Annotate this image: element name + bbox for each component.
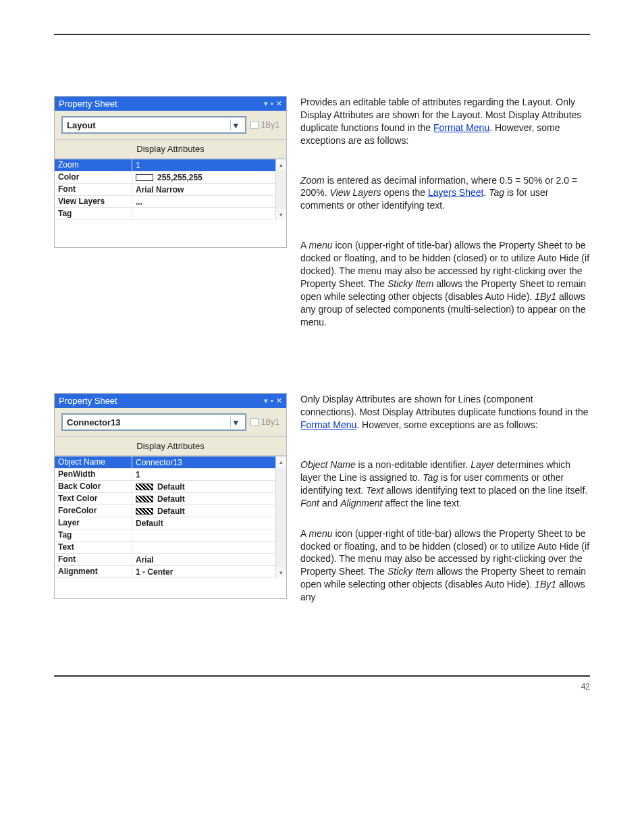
scroll-down-icon[interactable]: ▾: [276, 209, 286, 220]
pin-icon[interactable]: ▪: [271, 396, 273, 405]
property-value[interactable]: Arial Narrow: [132, 184, 275, 195]
property-row[interactable]: Text ColorDefault: [55, 493, 275, 505]
property-row[interactable]: Text: [55, 542, 275, 554]
oneby-toggle[interactable]: 1By1: [250, 417, 279, 427]
property-value[interactable]: Arial: [132, 554, 275, 565]
property-key: Object Name: [55, 457, 132, 468]
property-row[interactable]: Back ColorDefault: [55, 481, 275, 493]
scroll-up-icon[interactable]: ▴: [276, 159, 286, 170]
layers-sheet-link[interactable]: Layers Sheet: [428, 187, 484, 198]
panel-titlebar[interactable]: Property Sheet ▾ ▪ ✕: [55, 97, 286, 111]
para: Provides an editable table of attributes…: [300, 96, 590, 147]
object-selector[interactable]: Connector13 ▾: [61, 413, 246, 431]
oneby-checkbox[interactable]: [250, 418, 259, 426]
property-key: Alignment: [55, 566, 132, 577]
property-key: Text Color: [55, 493, 132, 504]
property-value[interactable]: Connector13: [132, 457, 275, 468]
titlebar-icons[interactable]: ▾ ▪ ✕: [264, 99, 282, 108]
property-row[interactable]: Alignment1 - Center: [55, 566, 275, 578]
color-swatch[interactable]: [136, 508, 153, 515]
property-row[interactable]: ForeColorDefault: [55, 505, 275, 517]
description-layout: Provides an editable table of attributes…: [300, 96, 590, 332]
para: Only Display Attributes are shown for Li…: [300, 393, 590, 432]
para: Zoom is entered as decimal information, …: [300, 174, 590, 213]
para: Object Name is a non-editable identifier…: [300, 459, 590, 510]
scrollbar[interactable]: ▴ ▾: [275, 457, 286, 578]
page-number: 42: [581, 682, 590, 692]
section-header: Display Attributes: [55, 436, 286, 456]
object-selector-value: Connector13: [67, 417, 120, 427]
property-row[interactable]: FontArial: [55, 554, 275, 566]
chevron-down-icon[interactable]: ▾: [230, 120, 241, 130]
property-key: Zoom: [55, 159, 132, 171]
property-row[interactable]: PenWidth1: [55, 469, 275, 481]
object-selector-value: Layout: [67, 120, 96, 130]
description-line: Only Display Attributes are shown for Li…: [300, 393, 590, 608]
color-swatch[interactable]: [136, 484, 153, 490]
scroll-up-icon[interactable]: ▴: [276, 457, 286, 467]
para: A menu icon (upper-right of title-bar) a…: [300, 527, 590, 604]
section-layout: Property Sheet ▾ ▪ ✕ Layout ▾ 1By1: [54, 96, 590, 332]
color-swatch[interactable]: [136, 496, 153, 502]
bottom-rule: [54, 675, 590, 677]
property-key: View Layers: [55, 196, 132, 207]
property-row[interactable]: Object NameConnector13: [55, 457, 275, 469]
property-key: Font: [55, 554, 132, 565]
object-selector[interactable]: Layout ▾: [61, 116, 246, 134]
color-swatch[interactable]: [136, 174, 153, 181]
property-row[interactable]: Tag: [55, 208, 275, 220]
property-value[interactable]: 1 - Center: [132, 566, 275, 577]
property-value[interactable]: 1: [132, 159, 275, 171]
property-row[interactable]: Zoom1: [55, 159, 275, 172]
panel-title-text: Property Sheet: [59, 99, 117, 109]
property-key: Font: [55, 184, 132, 195]
panel-toolbar: Layout ▾ 1By1: [55, 111, 286, 139]
property-grid[interactable]: Object NameConnector13PenWidth1Back Colo…: [55, 456, 286, 598]
property-value[interactable]: ...: [132, 196, 275, 207]
close-icon[interactable]: ✕: [276, 99, 282, 108]
scroll-down-icon[interactable]: ▾: [276, 567, 286, 578]
property-value[interactable]: [132, 208, 275, 219]
property-sheet-panel: Property Sheet ▾ ▪ ✕ Connector13 ▾ 1By1: [54, 393, 287, 599]
top-rule: [54, 34, 590, 35]
property-row[interactable]: View Layers...: [55, 196, 275, 208]
oneby-toggle[interactable]: 1By1: [250, 120, 279, 130]
oneby-label: 1By1: [261, 120, 279, 130]
para: A menu icon (upper-right of title-bar) a…: [300, 239, 590, 328]
property-row[interactable]: Tag: [55, 529, 275, 542]
property-value[interactable]: Default: [132, 481, 275, 492]
section-line: Property Sheet ▾ ▪ ✕ Connector13 ▾ 1By1: [54, 393, 590, 608]
property-row[interactable]: FontArial Narrow: [55, 184, 275, 196]
property-value[interactable]: [132, 529, 275, 541]
property-key: Color: [55, 172, 132, 183]
pin-icon[interactable]: ▪: [271, 99, 273, 108]
panel-titlebar[interactable]: Property Sheet ▾ ▪ ✕: [55, 394, 286, 408]
chevron-down-icon[interactable]: ▾: [230, 417, 241, 427]
panel-title-text: Property Sheet: [59, 396, 117, 406]
property-value[interactable]: 255,255,255: [132, 172, 275, 183]
property-value[interactable]: Default: [132, 493, 275, 504]
page: Property Sheet ▾ ▪ ✕ Layout ▾ 1By1: [0, 0, 644, 704]
property-row[interactable]: Color255,255,255: [55, 172, 275, 184]
section-header: Display Attributes: [55, 139, 286, 159]
oneby-checkbox[interactable]: [250, 121, 259, 129]
scrollbar[interactable]: ▴ ▾: [275, 159, 286, 220]
property-sheet-panel: Property Sheet ▾ ▪ ✕ Layout ▾ 1By1: [54, 96, 287, 248]
screenshot-line-panel: Property Sheet ▾ ▪ ✕ Connector13 ▾ 1By1: [54, 393, 287, 599]
property-key: Text: [55, 542, 132, 553]
property-key: Tag: [55, 208, 132, 219]
titlebar-icons[interactable]: ▾ ▪ ✕: [264, 396, 282, 405]
property-value[interactable]: [132, 542, 275, 553]
property-value[interactable]: Default: [132, 505, 275, 517]
screenshot-layout-panel: Property Sheet ▾ ▪ ✕ Layout ▾ 1By1: [54, 96, 287, 248]
property-value[interactable]: 1: [132, 469, 275, 480]
property-value[interactable]: Default: [132, 517, 275, 529]
close-icon[interactable]: ✕: [276, 396, 282, 405]
format-menu-link[interactable]: Format Menu: [300, 419, 356, 430]
menu-icon[interactable]: ▾: [264, 396, 268, 405]
property-grid[interactable]: Zoom1Color255,255,255FontArial NarrowVie…: [55, 159, 286, 247]
property-row[interactable]: LayerDefault: [55, 517, 275, 529]
property-key: Tag: [55, 529, 132, 541]
menu-icon[interactable]: ▾: [264, 99, 268, 108]
format-menu-link[interactable]: Format Menu: [433, 122, 489, 133]
